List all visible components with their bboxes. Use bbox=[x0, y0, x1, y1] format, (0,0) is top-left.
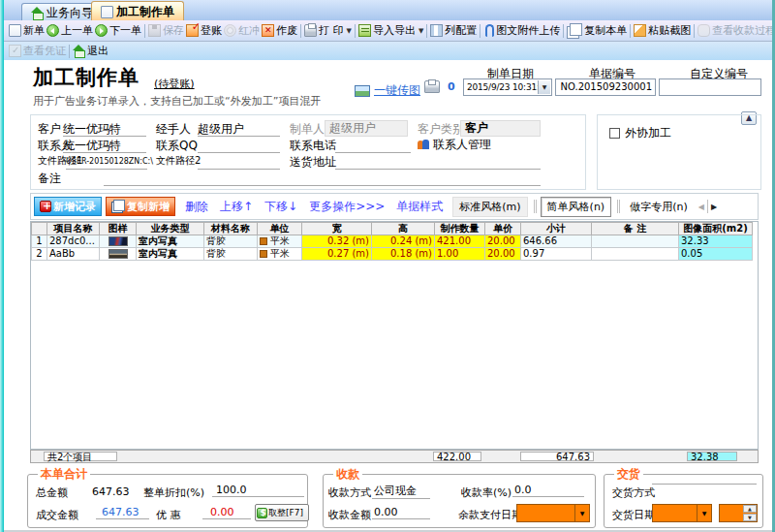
cell-height[interactable]: 0.24 (m) bbox=[372, 235, 435, 248]
style-prev-arrow[interactable]: ◀ bbox=[698, 203, 704, 211]
balance-date-dropdown[interactable]: ▼ bbox=[574, 505, 589, 521]
round-button[interactable]: 取整[F7] bbox=[255, 504, 309, 521]
view-payment-process-button[interactable]: 查看收款过程 bbox=[698, 23, 775, 38]
cell-name[interactable]: AaBb bbox=[47, 248, 100, 261]
spinner-up[interactable]: ▲ bbox=[743, 505, 757, 513]
previous-order-button[interactable]: 上一单 bbox=[46, 23, 93, 38]
new-order-button[interactable]: 新单 bbox=[9, 23, 45, 38]
cell-material[interactable]: 背胶 bbox=[204, 235, 258, 248]
column-config-button[interactable]: 列配置 bbox=[430, 23, 477, 38]
delivery-time-spinner[interactable]: ▲▼ bbox=[719, 504, 758, 522]
contact-field[interactable]: 统一优玛特 bbox=[63, 138, 146, 153]
cell-qty[interactable]: 1.00 bbox=[435, 248, 485, 261]
cell-qty[interactable]: 421.00 bbox=[435, 235, 485, 248]
delivery-method-field[interactable] bbox=[652, 484, 757, 485]
customer-type-field[interactable]: 客户 bbox=[460, 120, 541, 137]
order-no-input[interactable]: NO.201509230001 bbox=[555, 78, 656, 96]
pay-method-field[interactable]: 公司现金 bbox=[372, 484, 430, 499]
cell-img[interactable] bbox=[100, 248, 137, 261]
cell-area[interactable]: 0.05 bbox=[679, 248, 753, 261]
doc-style-link[interactable]: 单据样式 bbox=[396, 199, 443, 215]
column-header-height[interactable]: 高 bbox=[372, 223, 435, 235]
post-account-button[interactable]: 登账 bbox=[186, 23, 222, 38]
move-down-link[interactable]: 下移↓ bbox=[264, 199, 297, 215]
column-header-remark[interactable]: 备 注 bbox=[592, 223, 679, 235]
column-header-area[interactable]: 图像面积(m2) bbox=[679, 223, 753, 235]
delete-link[interactable]: 删除 bbox=[185, 199, 208, 215]
contact-manager-link[interactable]: 联系人管理 bbox=[418, 137, 491, 153]
column-header-num[interactable] bbox=[32, 223, 47, 235]
column-header-unit[interactable]: 单位 bbox=[258, 223, 302, 235]
delivery-date-dropdown[interactable]: ▼ bbox=[697, 505, 711, 521]
pay-rate-field[interactable]: 0.0 bbox=[512, 484, 584, 497]
order-date-input[interactable]: 2015/9/23 10:31:18 ▼ bbox=[463, 78, 552, 96]
off-field[interactable]: 0.00 bbox=[202, 506, 251, 519]
note-field[interactable] bbox=[104, 171, 541, 186]
column-header-qty[interactable]: 制作数量 bbox=[435, 223, 485, 235]
balance-date-combo[interactable]: ▼ bbox=[516, 504, 590, 522]
cell-width[interactable]: 0.32 (m) bbox=[302, 235, 372, 248]
attachment-upload-button[interactable]: 图文附件上传 bbox=[483, 23, 560, 38]
paste-screenshot-button[interactable]: 粘贴截图 bbox=[634, 23, 691, 38]
address-field[interactable] bbox=[335, 154, 541, 170]
cell-subtotal[interactable]: 646.66 bbox=[521, 235, 592, 248]
style-next-arrow[interactable]: ▶ bbox=[711, 203, 717, 211]
custom-no-input[interactable] bbox=[659, 78, 761, 96]
path2-field[interactable] bbox=[198, 154, 280, 170]
phone-field[interactable] bbox=[335, 138, 411, 153]
cell-remark[interactable] bbox=[592, 248, 679, 261]
column-header-price[interactable]: 单价 bbox=[485, 223, 521, 235]
cell-num[interactable]: 1 bbox=[32, 235, 47, 248]
import-export-button[interactable]: 导入导出▼ bbox=[358, 23, 423, 38]
delivery-date-combo[interactable]: ▼ bbox=[652, 504, 712, 522]
copy-order-button[interactable]: 复制本单 bbox=[567, 23, 627, 38]
column-header-width[interactable]: 宽 bbox=[302, 223, 372, 235]
printer-icon[interactable] bbox=[424, 80, 440, 93]
style-tab-lettering[interactable]: 做字专用(n) bbox=[624, 198, 694, 216]
outsource-checkbox[interactable] bbox=[609, 128, 620, 139]
qq-field[interactable] bbox=[198, 138, 280, 153]
cell-width[interactable]: 0.27 (m) bbox=[302, 248, 372, 261]
deal-amount-value[interactable]: 647.63 bbox=[96, 506, 149, 519]
copy-add-button[interactable]: 复制新增 bbox=[106, 197, 175, 216]
print-button[interactable]: 打 印▼ bbox=[304, 23, 352, 38]
cell-material[interactable]: 背胶 bbox=[204, 248, 258, 261]
style-tab-standard[interactable]: 标准风格(m) bbox=[452, 197, 527, 217]
cell-remark[interactable] bbox=[592, 235, 679, 248]
move-up-link[interactable]: 上移↑ bbox=[220, 199, 253, 215]
column-header-material[interactable]: 材料名称 bbox=[204, 223, 258, 235]
cell-name[interactable]: 287dc0... bbox=[47, 235, 100, 248]
handler-field[interactable]: 超级用户 bbox=[198, 121, 280, 137]
pay-amount-field[interactable]: 0.00 bbox=[372, 506, 430, 519]
exit-button[interactable]: 退出 bbox=[73, 44, 108, 58]
discount-field[interactable]: 100.0 bbox=[212, 484, 304, 497]
cell-img[interactable] bbox=[100, 235, 137, 248]
cell-subtotal[interactable]: 0.97 bbox=[521, 248, 592, 261]
column-header-name[interactable]: 项目名称 bbox=[47, 223, 100, 235]
cell-num[interactable]: 2 bbox=[32, 248, 47, 261]
next-order-button[interactable]: 下一单 bbox=[95, 23, 141, 38]
spinner-down[interactable]: ▼ bbox=[743, 514, 757, 521]
tab-process-order[interactable]: 加工制作单 bbox=[91, 1, 184, 21]
save-button[interactable]: 保存 bbox=[148, 23, 184, 38]
column-header-subtotal[interactable]: 小计 bbox=[521, 223, 592, 235]
cell-unit[interactable]: 平米 bbox=[258, 248, 302, 261]
cell-area[interactable]: 32.33 bbox=[679, 235, 753, 248]
more-actions-link[interactable]: 更多操作>>> bbox=[309, 199, 385, 215]
void-button[interactable]: 作废 bbox=[262, 23, 297, 38]
quick-upload-link[interactable]: 一键传图 bbox=[374, 82, 420, 99]
cell-height[interactable]: 0.18 (m) bbox=[372, 248, 435, 261]
column-header-img[interactable]: 图样 bbox=[100, 223, 137, 235]
table-row[interactable]: 1287dc0...室内写真背胶平米0.32 (m)0.24 (m)421.00… bbox=[32, 235, 753, 248]
add-record-button[interactable]: 新增记录 bbox=[34, 197, 102, 216]
table-row[interactable]: 2AaBb室内写真背胶平米0.27 (m)0.18 (m)1.0020.000.… bbox=[32, 248, 753, 261]
customer-field[interactable]: 统一优玛特 bbox=[63, 121, 146, 137]
date-dropdown-button[interactable]: ▼ bbox=[538, 80, 550, 94]
cell-biztype[interactable]: 室内写真 bbox=[137, 235, 204, 248]
cell-unit[interactable]: 平米 bbox=[258, 235, 302, 248]
cell-biztype[interactable]: 室内写真 bbox=[137, 248, 204, 261]
cell-price[interactable]: 20.00 bbox=[485, 235, 521, 248]
column-header-biztype[interactable]: 业务类型 bbox=[137, 223, 204, 235]
view-voucher-button[interactable]: 查看凭证 bbox=[9, 44, 66, 58]
cell-price[interactable]: 20.00 bbox=[485, 248, 521, 261]
